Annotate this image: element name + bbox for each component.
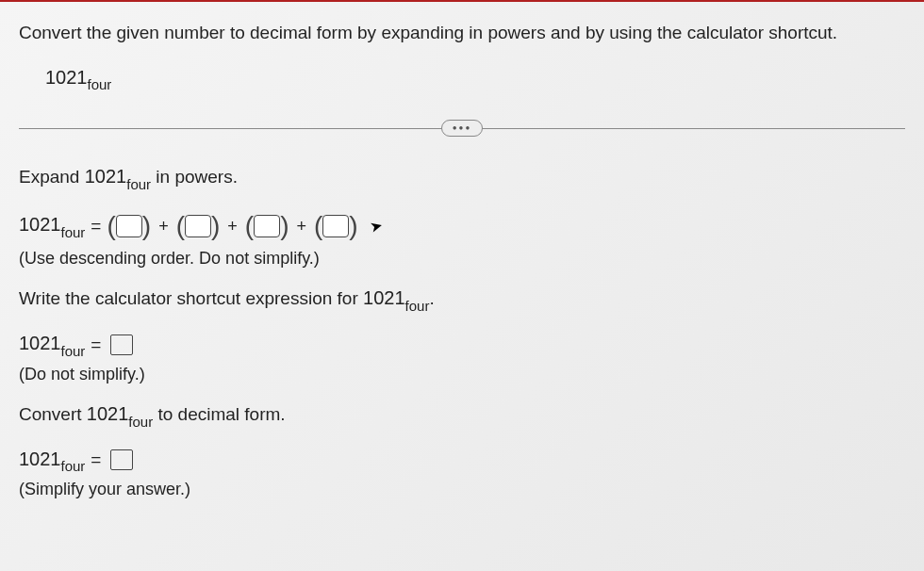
section-divider: ●●● bbox=[19, 119, 905, 138]
step-1: Expand 1021four in powers. 1021four = ( … bbox=[19, 166, 905, 269]
eq3-number: 1021 bbox=[19, 449, 61, 469]
step1-base: four bbox=[126, 176, 151, 192]
rparen-3: ) bbox=[280, 211, 289, 241]
step3-hint: (Simplify your answer.) bbox=[19, 480, 905, 499]
input-term-4[interactable] bbox=[322, 215, 349, 237]
step1-prompt: Expand 1021four in powers. bbox=[19, 166, 905, 190]
step2-number: 1021 bbox=[363, 287, 405, 308]
eq-lhs: 1021four bbox=[19, 214, 85, 238]
lparen-1: ( bbox=[107, 211, 115, 241]
eq-base: four bbox=[61, 224, 86, 240]
eq2-base: four bbox=[61, 343, 86, 359]
step2-hint: (Do not simplify.) bbox=[19, 365, 905, 384]
equals-sign-3: = bbox=[91, 449, 101, 470]
lparen-4: ( bbox=[314, 211, 322, 241]
plus-2: + bbox=[227, 217, 238, 237]
step2-prompt: Write the calculator shortcut expression… bbox=[19, 287, 905, 312]
step1-number: 1021 bbox=[85, 166, 127, 187]
input-shortcut[interactable] bbox=[110, 334, 133, 355]
cursor-icon: ➤ bbox=[367, 216, 383, 237]
step1-hint: (Use descending order. Do not simplify.) bbox=[19, 249, 905, 269]
given-number: 1021four bbox=[45, 67, 905, 91]
number-value: 1021 bbox=[45, 67, 88, 88]
number-base: four bbox=[88, 76, 112, 92]
step3-suffix: to decimal form. bbox=[153, 404, 285, 424]
equals-sign-2: = bbox=[91, 334, 101, 355]
step-3: Convert 1021four to decimal form. 1021fo… bbox=[19, 403, 905, 500]
step3-number: 1021 bbox=[87, 403, 129, 424]
plus-1: + bbox=[158, 217, 169, 237]
step3-prefix: Convert bbox=[19, 404, 87, 424]
step-2: Write the calculator shortcut expression… bbox=[19, 287, 905, 384]
step1-prefix: Expand bbox=[19, 167, 85, 187]
plus-3: + bbox=[296, 217, 306, 237]
term-1: ( ) bbox=[107, 211, 151, 241]
eq3-lhs: 1021four bbox=[19, 449, 85, 473]
expansion-equation: 1021four = ( ) + ( ) + ( ) + ( ) ➤ bbox=[19, 211, 905, 241]
step1-suffix: in powers. bbox=[151, 167, 238, 187]
step2-base: four bbox=[405, 298, 430, 314]
decimal-equation: 1021four = bbox=[19, 449, 905, 473]
input-term-3[interactable] bbox=[254, 215, 280, 237]
term-2: ( ) bbox=[176, 211, 221, 241]
shortcut-equation: 1021four = bbox=[19, 333, 905, 357]
eq-number: 1021 bbox=[19, 214, 61, 235]
step2-suffix: . bbox=[429, 288, 434, 308]
input-term-1[interactable] bbox=[116, 215, 142, 237]
term-4: ( ) bbox=[314, 211, 358, 241]
lparen-2: ( bbox=[176, 211, 185, 241]
step3-base: four bbox=[128, 414, 153, 430]
rparen-1: ) bbox=[142, 211, 151, 241]
rparen-2: ) bbox=[211, 211, 220, 241]
input-decimal[interactable] bbox=[110, 449, 133, 470]
ellipsis-icon: ●●● bbox=[453, 124, 472, 132]
equals-sign: = bbox=[91, 216, 101, 237]
question-prompt: Convert the given number to decimal form… bbox=[19, 21, 905, 46]
input-term-2[interactable] bbox=[185, 215, 211, 237]
step2-prefix: Write the calculator shortcut expression… bbox=[19, 288, 363, 308]
rparen-4: ) bbox=[349, 211, 357, 241]
term-3: ( ) bbox=[245, 211, 289, 241]
eq2-number: 1021 bbox=[19, 333, 61, 353]
eq2-lhs: 1021four bbox=[19, 333, 85, 357]
expand-button[interactable]: ●●● bbox=[441, 120, 483, 137]
lparen-3: ( bbox=[245, 211, 254, 241]
step3-prompt: Convert 1021four to decimal form. bbox=[19, 403, 905, 428]
eq3-base: four bbox=[61, 458, 86, 474]
